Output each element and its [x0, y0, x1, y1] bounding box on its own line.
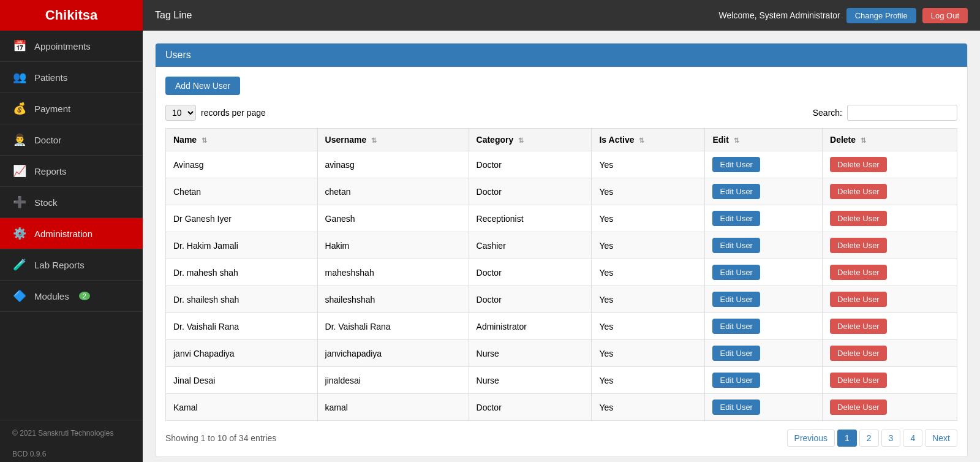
cell-username: Dr. Vaishali Rana — [317, 313, 469, 340]
table-header-row: Name ⇅ Username ⇅ Category ⇅ Is Active ⇅… — [166, 129, 957, 151]
cell-name: Jinal Desai — [166, 367, 318, 394]
search-label: Search: — [813, 108, 842, 118]
col-edit[interactable]: Edit ⇅ — [705, 129, 823, 151]
cell-username: jinaldesai — [317, 367, 469, 394]
edit-user-button[interactable]: Edit User — [712, 157, 760, 172]
pagination-page-4[interactable]: 4 — [903, 430, 922, 447]
sidebar-item-modules[interactable]: 🔷 Modules 2 — [0, 281, 143, 312]
sidebar-item-payment[interactable]: 💰 Payment — [0, 93, 143, 124]
cell-delete: Delete User — [823, 367, 957, 394]
edit-user-button[interactable]: Edit User — [712, 211, 760, 226]
topbar-right: Welcome, System Administrator Change Pro… — [719, 8, 968, 23]
table-row: janvi Chapadiya janvichapadiya Nurse Yes… — [166, 340, 957, 367]
records-per-page-label: records per page — [201, 108, 266, 118]
cell-name: Dr Ganesh Iyer — [166, 205, 318, 232]
topbar: Chikitsa Tag Line Welcome, System Admini… — [0, 0, 980, 31]
col-username[interactable]: Username ⇅ — [317, 129, 469, 151]
delete-user-button[interactable]: Delete User — [830, 184, 887, 199]
sidebar-label-patients: Patients — [34, 72, 67, 83]
delete-user-button[interactable]: Delete User — [830, 319, 887, 334]
edit-user-button[interactable]: Edit User — [712, 292, 760, 307]
cell-delete: Delete User — [823, 286, 957, 313]
delete-user-button[interactable]: Delete User — [830, 238, 887, 253]
stock-icon: ➕ — [12, 195, 27, 209]
table-row: Dr. mahesh shah maheshshah Doctor Yes Ed… — [166, 259, 957, 286]
table-row: Kamal kamal Doctor Yes Edit User Delete … — [166, 394, 957, 421]
delete-user-button[interactable]: Delete User — [830, 400, 887, 415]
cell-category: Administrator — [469, 313, 592, 340]
sidebar-item-patients[interactable]: 👥 Patients — [0, 62, 143, 93]
sidebar-item-appointments[interactable]: 📅 Appointments — [0, 31, 143, 62]
cell-name: Avinasg — [166, 151, 318, 178]
delete-user-button[interactable]: Delete User — [830, 157, 887, 172]
edit-user-button[interactable]: Edit User — [712, 346, 760, 361]
edit-user-button[interactable]: Edit User — [712, 319, 760, 334]
pagination-previous[interactable]: Previous — [787, 430, 835, 447]
pagination-page-1[interactable]: 1 — [837, 430, 857, 447]
sidebar-label-appointments: Appointments — [34, 41, 91, 51]
edit-user-button[interactable]: Edit User — [712, 373, 760, 388]
cell-is-active: Yes — [592, 259, 705, 286]
payment-icon: 💰 — [12, 102, 27, 115]
edit-user-button[interactable]: Edit User — [712, 238, 760, 253]
col-delete[interactable]: Delete ⇅ — [823, 129, 957, 151]
cell-username: maheshshah — [317, 259, 469, 286]
cell-username: chetan — [317, 178, 469, 205]
panel-title: Users — [156, 44, 967, 67]
showing-info: Showing 1 to 10 of 34 entries — [165, 433, 276, 443]
add-new-user-button[interactable]: Add New User — [165, 77, 240, 95]
patients-icon: 👥 — [12, 70, 27, 84]
cell-name: janvi Chapadiya — [166, 340, 318, 367]
pagination-next[interactable]: Next — [925, 430, 957, 447]
sidebar-item-lab-reports[interactable]: 🧪 Lab Reports — [0, 249, 143, 281]
cell-delete: Delete User — [823, 340, 957, 367]
col-name[interactable]: Name ⇅ — [166, 129, 318, 151]
sidebar-item-administration[interactable]: ⚙️ Administration — [0, 218, 143, 249]
edit-user-button[interactable]: Edit User — [712, 400, 760, 415]
delete-user-button[interactable]: Delete User — [830, 346, 887, 361]
table-footer: Showing 1 to 10 of 34 entries Previous12… — [165, 430, 957, 447]
cell-category: Doctor — [469, 151, 592, 178]
sidebar-item-stock[interactable]: ➕ Stock — [0, 187, 143, 218]
cell-is-active: Yes — [592, 313, 705, 340]
sidebar-item-doctor[interactable]: 👨‍⚕️ Doctor — [0, 124, 143, 156]
table-controls: 10 25 50 records per page Search: — [165, 105, 957, 121]
modules-icon: 🔷 — [12, 289, 27, 303]
edit-user-button[interactable]: Edit User — [712, 184, 760, 199]
delete-user-button[interactable]: Delete User — [830, 211, 887, 226]
cell-is-active: Yes — [592, 394, 705, 421]
sidebar-item-reports[interactable]: 📈 Reports — [0, 156, 143, 187]
delete-user-button[interactable]: Delete User — [830, 265, 887, 280]
administration-icon: ⚙️ — [12, 227, 27, 240]
sidebar-label-doctor: Doctor — [34, 135, 61, 145]
sidebar-footer: © 2021 Sanskruti Technologies — [0, 420, 143, 446]
lab-reports-icon: 🧪 — [12, 258, 27, 271]
main-content: Users Add New User 10 25 50 records per … — [143, 31, 980, 462]
col-category[interactable]: Category ⇅ — [469, 129, 592, 151]
records-per-page-select[interactable]: 10 25 50 — [165, 105, 196, 121]
cell-category: Doctor — [469, 178, 592, 205]
cell-delete: Delete User — [823, 178, 957, 205]
pagination-page-2[interactable]: 2 — [859, 430, 879, 447]
col-is-active[interactable]: Is Active ⇅ — [592, 129, 705, 151]
table-row: Jinal Desai jinaldesai Nurse Yes Edit Us… — [166, 367, 957, 394]
change-profile-button[interactable]: Change Profile — [846, 8, 916, 23]
cell-category: Doctor — [469, 259, 592, 286]
cell-edit: Edit User — [705, 340, 823, 367]
sidebar-label-stock: Stock — [34, 197, 58, 208]
delete-user-button[interactable]: Delete User — [830, 292, 887, 307]
cell-name: Kamal — [166, 394, 318, 421]
layout: 📅 Appointments 👥 Patients 💰 Payment 👨‍⚕️… — [0, 31, 980, 462]
cell-edit: Edit User — [705, 178, 823, 205]
delete-user-button[interactable]: Delete User — [830, 373, 887, 388]
cell-is-active: Yes — [592, 151, 705, 178]
cell-edit: Edit User — [705, 313, 823, 340]
pagination-page-3[interactable]: 3 — [881, 430, 901, 447]
search-input[interactable] — [847, 105, 957, 121]
logout-button[interactable]: Log Out — [922, 8, 968, 23]
cell-edit: Edit User — [705, 205, 823, 232]
reports-icon: 📈 — [12, 164, 27, 178]
edit-user-button[interactable]: Edit User — [712, 265, 760, 280]
sidebar-badge-modules: 2 — [79, 292, 90, 300]
cell-name: Dr. Vaishali Rana — [166, 313, 318, 340]
